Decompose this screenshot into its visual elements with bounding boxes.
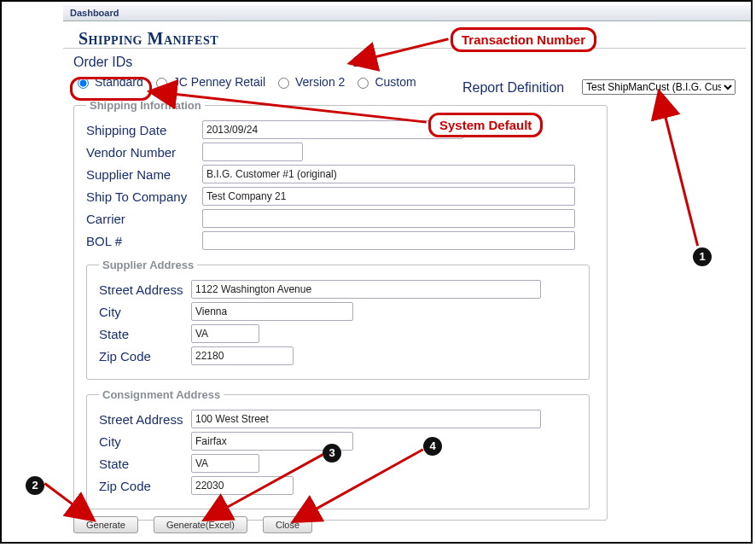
supplier-name-label: Supplier Name (86, 167, 202, 182)
radio-custom[interactable]: Custom (353, 75, 416, 89)
radio-jcpenney-label: JC Penney Retail (173, 75, 265, 89)
row-bol: BOL # (86, 231, 595, 250)
consign-zip-label: Zip Code (99, 479, 191, 493)
supplier-address-fieldset: Supplier Address Street Address City Sta… (86, 259, 590, 380)
supplier-state-input[interactable] (191, 324, 259, 343)
bol-input[interactable] (202, 231, 575, 250)
annotation-marker-2: 2 (26, 476, 44, 495)
dashboard-link[interactable]: Dashboard (70, 8, 119, 18)
carrier-input[interactable] (202, 209, 575, 228)
supplier-street-label: Street Address (99, 282, 191, 297)
ship-to-company-input[interactable] (202, 187, 575, 206)
radio-custom-label: Custom (375, 75, 416, 89)
row-ship-to-company: Ship To Company (86, 187, 595, 206)
order-ids-label: Order IDs (73, 55, 132, 70)
annotation-marker-1: 1 (693, 247, 712, 266)
row-vendor-number: Vendor Number (86, 143, 595, 161)
row-supplier-street: Street Address (99, 280, 577, 299)
annotation-system-default: System Default (428, 113, 543, 137)
shipping-date-input[interactable] (202, 120, 463, 139)
supplier-name-input[interactable] (202, 165, 575, 183)
supplier-zip-label: Zip Code (99, 349, 191, 364)
shipping-date-label: Shipping Date (86, 123, 202, 137)
row-carrier: Carrier (86, 209, 595, 228)
supplier-state-label: State (99, 327, 191, 341)
report-definition-select[interactable]: Test ShipManCust (B.I.G. Cus (582, 79, 736, 95)
row-consign-street: Street Address (99, 410, 577, 428)
annotation-marker-4: 4 (423, 437, 442, 456)
supplier-city-label: City (99, 305, 191, 319)
supplier-address-legend: Supplier Address (99, 259, 197, 271)
radio-standard-input[interactable] (78, 78, 89, 89)
consign-zip-input[interactable] (191, 476, 294, 495)
radio-version2-input[interactable] (278, 78, 289, 89)
radio-version2-label: Version 2 (295, 75, 345, 89)
consign-city-label: City (99, 434, 191, 449)
close-button[interactable]: Close (263, 516, 312, 533)
dashboard-bar: Dashboard (63, 5, 751, 21)
row-supplier-city: City (99, 302, 577, 321)
order-ids-value: 20 (353, 55, 369, 70)
row-consign-zip: Zip Code (99, 476, 577, 495)
radio-version2[interactable]: Version 2 (274, 75, 345, 89)
vendor-number-input[interactable] (202, 143, 303, 161)
consign-state-input[interactable] (191, 454, 259, 473)
report-definition-label: Report Definition (462, 80, 564, 96)
shipping-information-fieldset: Shipping Information Shipping Date 12 Ve… (73, 99, 608, 521)
radio-standard[interactable]: Standard (73, 75, 143, 89)
top-area: Order IDs 20 Standard JC Penney Retail V… (73, 55, 741, 89)
vendor-number-label: Vendor Number (86, 145, 202, 160)
order-id-row: Order IDs 20 (73, 55, 741, 70)
bol-label: BOL # (86, 234, 202, 248)
radio-jcpenney[interactable]: JC Penney Retail (152, 75, 265, 89)
title-rule (63, 48, 746, 49)
annotation-transaction-number: Transaction Number (451, 27, 596, 52)
button-bar: Generate Generate(Excel) Close (73, 516, 312, 533)
consignment-address-legend: Consignment Address (99, 388, 224, 401)
supplier-street-input[interactable] (191, 280, 541, 299)
supplier-zip-input[interactable] (191, 346, 294, 365)
app-window: Dashboard Shipping Manifest Order IDs 20… (0, 0, 753, 544)
row-supplier-name: Supplier Name (86, 165, 595, 183)
carrier-label: Carrier (86, 212, 202, 226)
shipping-information-legend: Shipping Information (86, 99, 205, 112)
radio-custom-input[interactable] (358, 78, 369, 89)
svg-line-7 (660, 93, 698, 246)
generate-excel-button[interactable]: Generate(Excel) (154, 516, 247, 533)
consign-street-label: Street Address (99, 412, 191, 427)
supplier-city-input[interactable] (191, 302, 353, 321)
row-supplier-zip: Zip Code (99, 346, 577, 365)
row-supplier-state: State (99, 324, 577, 343)
radio-standard-label: Standard (95, 75, 143, 89)
page-title: Shipping Manifest (79, 29, 218, 49)
radio-jcpenney-input[interactable] (156, 78, 167, 89)
consign-street-input[interactable] (191, 410, 541, 428)
ship-to-company-label: Ship To Company (86, 189, 202, 204)
annotation-marker-3: 3 (323, 444, 341, 463)
generate-button[interactable]: Generate (73, 516, 138, 533)
consign-state-label: State (99, 457, 191, 471)
